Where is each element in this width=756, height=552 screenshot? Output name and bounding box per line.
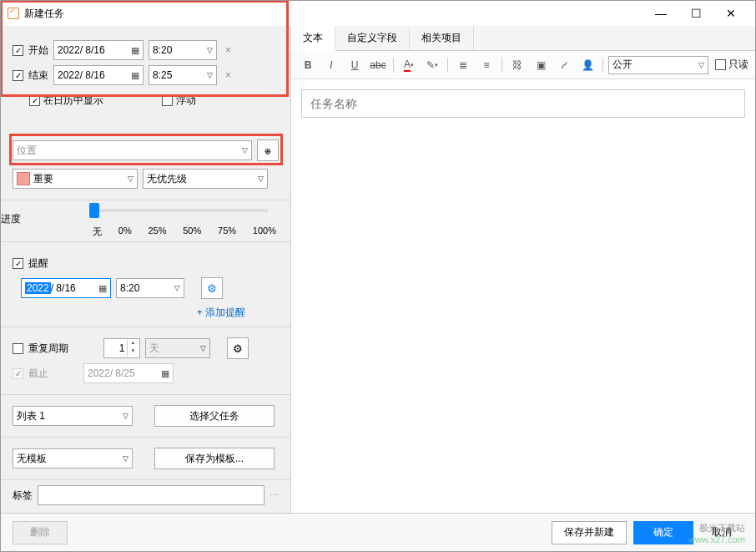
- tags-more-icon[interactable]: ⋯: [270, 490, 279, 501]
- end-checkbox[interactable]: [13, 70, 23, 81]
- calendar-icon: ▦: [131, 70, 139, 81]
- chevron-down-icon: ▽: [197, 344, 206, 352]
- tags-label: 标签: [13, 489, 33, 503]
- format-toolbar: B I U abc A▾ ✎▾ ≣ ≡ ⛓ ▣ ⌇ 👤 公开▽ 只读: [291, 51, 755, 79]
- readonly-checkbox[interactable]: [715, 59, 726, 70]
- category-color-swatch: [17, 172, 30, 185]
- reminder-time-input[interactable]: 8:20▽: [116, 278, 184, 298]
- due-checkbox: [13, 368, 23, 379]
- calendar-icon: ▦: [161, 368, 169, 379]
- start-checkbox[interactable]: [13, 45, 23, 56]
- add-reminder-link[interactable]: + 添加提醒: [13, 302, 279, 320]
- start-label: 开始: [28, 43, 48, 58]
- save-and-new-button[interactable]: 保存并新建: [552, 521, 627, 544]
- template-select[interactable]: 无模板▽: [13, 448, 133, 468]
- location-input[interactable]: 位置▽: [13, 140, 252, 160]
- repeat-unit-select[interactable]: 天▽: [145, 338, 210, 358]
- chevron-down-icon: ▽: [255, 175, 264, 183]
- clear-start-icon[interactable]: ×: [222, 44, 234, 56]
- chevron-down-icon: ▽: [204, 46, 213, 54]
- italic-button[interactable]: I: [321, 55, 341, 75]
- chevron-down-icon: ▽: [119, 412, 129, 420]
- calendar-icon: ▦: [98, 283, 107, 294]
- reminder-checkbox[interactable]: [13, 258, 23, 269]
- attachment-button[interactable]: ⌇: [550, 51, 578, 79]
- bottom-bar: 删除 保存并新建 确定 取消: [1, 513, 755, 551]
- number-list-button[interactable]: ≡: [476, 55, 496, 75]
- end-time-input[interactable]: 8:25▽: [149, 65, 217, 85]
- window-title: 新建任务: [24, 7, 64, 21]
- underline-button[interactable]: U: [345, 55, 365, 75]
- due-label: 截止: [28, 367, 48, 381]
- start-time-input[interactable]: 8:20▽: [149, 40, 217, 60]
- font-color-button[interactable]: A▾: [399, 55, 419, 75]
- chevron-down-icon: ▽: [119, 454, 129, 463]
- contact-button[interactable]: 👤: [577, 55, 597, 75]
- chevron-down-icon: ▽: [124, 175, 134, 183]
- tabs: 文本 自定义字段 相关项目: [291, 26, 755, 51]
- delete-button: 删除: [13, 521, 68, 544]
- bold-button[interactable]: B: [298, 55, 318, 75]
- due-date-input: 2022/ 8/25▦: [83, 363, 174, 383]
- gear-icon: ⚙: [207, 282, 217, 295]
- save-template-button[interactable]: 保存为模板...: [154, 448, 275, 469]
- spinner-down[interactable]: ▼: [127, 348, 139, 357]
- strike-button[interactable]: abc: [368, 55, 388, 75]
- chevron-down-icon: ▽: [171, 284, 180, 292]
- show-in-calendar-label: 在日历中显示: [43, 94, 103, 108]
- chevron-down-icon: ▽: [204, 71, 213, 79]
- tab-related[interactable]: 相关项目: [410, 26, 474, 50]
- repeat-checkbox[interactable]: [13, 343, 23, 354]
- tags-input[interactable]: [38, 485, 265, 505]
- repeat-settings-button[interactable]: ⚙: [227, 337, 249, 359]
- image-button[interactable]: ▣: [531, 55, 551, 75]
- chevron-down-icon: ▽: [239, 146, 248, 154]
- floating-label: 浮动: [176, 94, 196, 108]
- floating-checkbox[interactable]: [162, 95, 173, 106]
- location-pin-button[interactable]: ⎈: [257, 139, 279, 161]
- chevron-down-icon: ▽: [695, 61, 704, 69]
- reminder-settings-button[interactable]: ⚙: [201, 277, 223, 299]
- tab-custom-fields[interactable]: 自定义字段: [335, 26, 410, 50]
- repeat-count-input[interactable]: 1 ▲▼: [103, 338, 140, 358]
- reminder-date-input[interactable]: 2022/ 8/16▦: [21, 278, 111, 298]
- progress-thumb[interactable]: [89, 203, 99, 218]
- left-panel: 开始 2022/ 8/16▦ 8:20▽ × 结束 2022/ 8/16▦ 8:…: [1, 26, 291, 551]
- bullet-list-button[interactable]: ≣: [453, 55, 473, 75]
- ok-button[interactable]: 确定: [633, 521, 693, 544]
- spinner-up[interactable]: ▲: [127, 340, 139, 348]
- right-panel: 文本 自定义字段 相关项目 B I U abc A▾ ✎▾ ≣ ≡ ⛓ ▣ ⌇ …: [291, 26, 755, 551]
- clear-end-icon[interactable]: ×: [222, 69, 234, 81]
- task-name-input[interactable]: [301, 89, 745, 118]
- highlight-button[interactable]: ✎▾: [422, 55, 442, 75]
- visibility-select[interactable]: 公开▽: [608, 56, 708, 74]
- repeat-label: 重复周期: [28, 342, 68, 356]
- start-date-input[interactable]: 2022/ 8/16▦: [53, 40, 144, 60]
- reminder-label: 提醒: [28, 256, 48, 271]
- show-in-calendar-checkbox[interactable]: [29, 95, 40, 106]
- gear-icon: ⚙: [233, 342, 243, 355]
- pin-icon: ⎈: [265, 144, 271, 157]
- minimize-button[interactable]: —: [643, 2, 678, 25]
- calendar-icon: ▦: [131, 45, 139, 56]
- readonly-label: 只读: [728, 58, 748, 72]
- watermark: 极光下载站 www.x27.com: [688, 522, 745, 544]
- titlebar: 新建任务 — ☐ ✕: [1, 1, 755, 26]
- tab-text[interactable]: 文本: [291, 26, 335, 51]
- app-icon: [8, 8, 19, 19]
- close-button[interactable]: ✕: [713, 2, 748, 25]
- progress-slider[interactable]: [93, 209, 268, 212]
- list-select[interactable]: 列表 1▽: [13, 406, 133, 426]
- end-date-input[interactable]: 2022/ 8/16▦: [53, 65, 144, 85]
- priority-select[interactable]: 无优先级▽: [143, 169, 268, 189]
- parent-task-button[interactable]: 选择父任务: [154, 405, 275, 427]
- link-button[interactable]: ⛓: [507, 55, 527, 75]
- category-select[interactable]: 重要 ▽: [13, 169, 138, 189]
- maximize-button[interactable]: ☐: [678, 2, 713, 25]
- end-label: 结束: [28, 68, 48, 83]
- progress-ticks: 无 0% 25% 50% 75% 100%: [93, 225, 276, 238]
- progress-label: 进度: [1, 212, 21, 226]
